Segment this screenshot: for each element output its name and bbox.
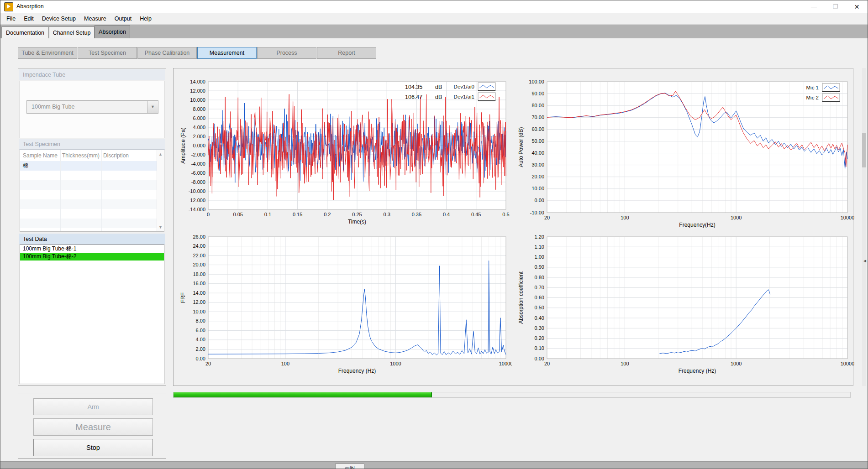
table-row[interactable]: 棉 xyxy=(20,161,157,171)
maximize-button[interactable]: ❐ xyxy=(825,0,846,13)
svg-text:40.00: 40.00 xyxy=(531,150,544,156)
svg-text:106.47: 106.47 xyxy=(405,94,422,100)
svg-text:0.30: 0.30 xyxy=(535,325,544,331)
svg-text:0.1: 0.1 xyxy=(264,212,271,217)
chart-auto-power: 20100100010000100.0090.0080.0070.0060.00… xyxy=(516,69,854,229)
menu-item-output[interactable]: Output xyxy=(110,14,136,23)
table-scrollbar[interactable]: ▲ ▼ xyxy=(157,150,164,231)
svg-text:-10.00: -10.00 xyxy=(530,210,544,215)
svg-text:10.00: 10.00 xyxy=(531,186,544,191)
arm-button[interactable]: Arm xyxy=(33,398,153,415)
svg-text:18.00: 18.00 xyxy=(193,271,205,277)
svg-text:0.05: 0.05 xyxy=(233,212,242,217)
subtab-tube-environment[interactable]: Tube & Environment xyxy=(18,47,77,59)
scroll-up-icon[interactable]: ▲ xyxy=(157,152,164,156)
svg-text:0.5: 0.5 xyxy=(502,212,509,217)
svg-text:60.00: 60.00 xyxy=(531,126,544,132)
subtab-report[interactable]: Report xyxy=(317,47,376,59)
table-row xyxy=(20,209,157,219)
table-row xyxy=(20,199,157,209)
chart-frf: 2010010001000026.0024.0022.0020.0018.001… xyxy=(179,231,512,388)
svg-text:0: 0 xyxy=(207,212,210,217)
tab-channel-setup[interactable]: Channel Setup xyxy=(49,26,95,38)
svg-text:0.35: 0.35 xyxy=(412,212,421,217)
svg-text:10000: 10000 xyxy=(841,361,854,366)
svg-text:Dev1/ai0: Dev1/ai0 xyxy=(454,84,474,89)
test-specimen-header: Test Specimen xyxy=(19,139,165,150)
svg-text:10000: 10000 xyxy=(841,215,854,220)
svg-text:14.000: 14.000 xyxy=(190,79,205,84)
window-controls: — ❐ ✕ xyxy=(803,0,868,13)
svg-text:FRF: FRF xyxy=(180,292,186,303)
app-icon xyxy=(4,2,13,11)
svg-text:0.50: 0.50 xyxy=(535,305,544,310)
test-data-list[interactable]: 100mm Big Tube-棉-1100mm Big Tube-棉-2 xyxy=(20,245,164,384)
subtab-phase-calibration[interactable]: Phase Calibration xyxy=(137,47,197,59)
svg-text:0.15: 0.15 xyxy=(293,212,302,217)
tab-documentation[interactable]: Documentation xyxy=(1,26,49,38)
scrollbar-thumb[interactable] xyxy=(862,133,866,167)
scroll-down-icon[interactable]: ▼ xyxy=(157,225,164,229)
svg-text:Time(s): Time(s) xyxy=(348,219,366,225)
svg-text:20: 20 xyxy=(544,361,550,366)
stop-button[interactable]: Stop xyxy=(33,439,153,456)
impedance-tube-header: Impendace Tube xyxy=(19,69,165,80)
svg-text:0.40: 0.40 xyxy=(535,315,544,321)
svg-text:50.00: 50.00 xyxy=(531,138,544,144)
cell-sample-name: 棉 xyxy=(23,161,28,171)
svg-text:0.10: 0.10 xyxy=(535,345,544,351)
tab-absorption[interactable]: Absorption xyxy=(95,25,130,38)
chevron-down-icon[interactable]: ▼ xyxy=(147,101,158,113)
progress-bar xyxy=(173,392,851,398)
svg-text:90.00: 90.00 xyxy=(531,91,544,96)
svg-text:2.000: 2.000 xyxy=(193,134,205,139)
svg-text:1000: 1000 xyxy=(731,361,742,366)
svg-text:20: 20 xyxy=(205,361,211,366)
svg-text:4.000: 4.000 xyxy=(193,125,205,130)
vertical-scrollbar[interactable] xyxy=(862,68,866,386)
table-row xyxy=(20,171,157,180)
menu-item-device-setup[interactable]: Device Setup xyxy=(38,14,80,23)
svg-text:0.00: 0.00 xyxy=(196,356,205,361)
list-item-100mm-big-tube-2[interactable]: 100mm Big Tube-棉-2 xyxy=(20,253,164,261)
svg-text:10.00: 10.00 xyxy=(193,309,205,314)
tube-select[interactable]: 100mm Big Tube ▼ xyxy=(26,100,158,114)
table-row xyxy=(20,190,157,199)
svg-text:-2.000: -2.000 xyxy=(191,152,205,157)
bottom-strip: 画图 xyxy=(0,461,868,469)
svg-text:0.80: 0.80 xyxy=(535,275,544,280)
window-title: Absorption xyxy=(16,3,44,10)
menu-item-edit[interactable]: Edit xyxy=(20,14,38,23)
action-buttons-panel: Arm Measure Stop xyxy=(18,394,166,459)
svg-text:10000: 10000 xyxy=(499,361,512,366)
svg-text:20.00: 20.00 xyxy=(193,262,205,267)
test-data-header: Test Data xyxy=(19,234,165,245)
subtab-test-specimen[interactable]: Test Specimen xyxy=(78,47,137,59)
collapse-left-icon[interactable]: ◄ xyxy=(863,258,867,263)
window-tab-strip: DocumentationChannel SetupAbsorption xyxy=(0,24,868,38)
table-row xyxy=(20,180,157,190)
svg-text:Mic 2: Mic 2 xyxy=(806,95,819,100)
menu-item-file[interactable]: File xyxy=(2,14,20,23)
svg-text:dB: dB xyxy=(435,84,442,90)
svg-text:30.00: 30.00 xyxy=(531,162,544,167)
svg-text:80.00: 80.00 xyxy=(531,103,544,108)
minimize-button[interactable]: — xyxy=(803,0,825,13)
svg-text:100: 100 xyxy=(621,215,629,220)
svg-text:20.00: 20.00 xyxy=(531,174,544,179)
svg-text:1000: 1000 xyxy=(390,361,401,366)
list-item-100mm-big-tube-1[interactable]: 100mm Big Tube-棉-1 xyxy=(20,245,164,253)
svg-text:Frequency (Hz): Frequency (Hz) xyxy=(338,368,376,374)
subtab-process[interactable]: Process xyxy=(257,47,316,59)
bottom-tab-draw[interactable]: 画图 xyxy=(335,464,364,469)
column-header-thickness-mm: Thickness(mm) xyxy=(62,152,100,159)
svg-text:0.2: 0.2 xyxy=(324,212,331,217)
menu-item-measure[interactable]: Measure xyxy=(80,14,110,23)
measure-button[interactable]: Measure xyxy=(33,418,153,436)
tube-select-value: 100mm Big Tube xyxy=(32,104,75,110)
side-panel: Impendace Tube 100mm Big Tube ▼ Test Spe… xyxy=(18,68,166,386)
subtab-measurement[interactable]: Measurement xyxy=(197,47,257,59)
menu-item-help[interactable]: Help xyxy=(136,14,156,23)
close-button[interactable]: ✕ xyxy=(846,0,868,13)
test-specimen-table[interactable]: 棉 ▲ ▼ Sample NameThickness(mm)Discriptio… xyxy=(20,150,164,232)
